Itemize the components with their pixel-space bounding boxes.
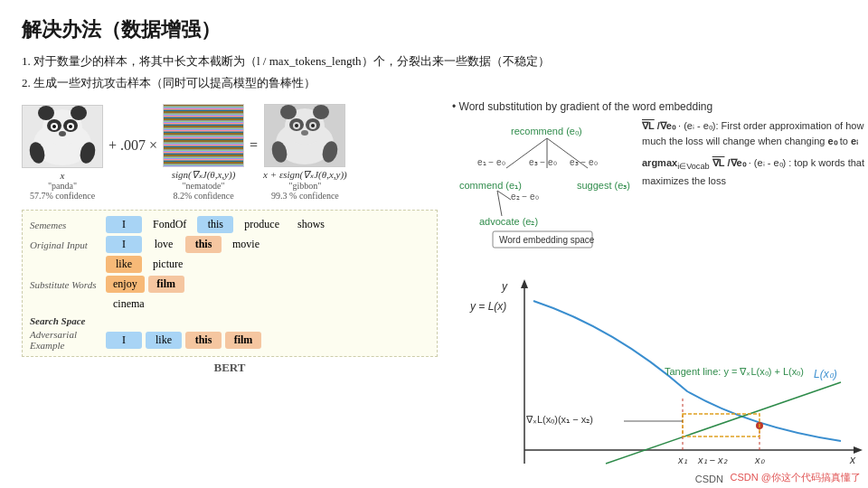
sememe-fondof: FondOf bbox=[146, 216, 193, 233]
svg-point-22 bbox=[311, 124, 315, 127]
plus-sign: + .007 × bbox=[108, 137, 157, 154]
svg-text:y: y bbox=[501, 280, 508, 293]
bullet-1: 1. 对于数量少的样本，将其中长文本截断为（l / max_tokens_len… bbox=[22, 52, 846, 70]
svg-text:commend (e₁): commend (e₁) bbox=[459, 180, 522, 191]
adv-i: I bbox=[106, 332, 142, 349]
svg-point-16 bbox=[313, 105, 329, 119]
svg-marker-45 bbox=[854, 446, 863, 454]
right-title: Word substitution by gradient of the wor… bbox=[452, 100, 868, 113]
svg-point-9 bbox=[69, 125, 72, 128]
bullet-2: 2. 生成一些对抗攻击样本（同时可以提高模型的鲁棒性） bbox=[22, 74, 846, 92]
panda-caption-3: x + εsign(∇ₓJ(θ,x,y)) bbox=[263, 169, 347, 181]
svg-text:x: x bbox=[849, 454, 856, 466]
svg-text:e₃ − e₀: e₃ − e₀ bbox=[529, 157, 557, 167]
panda-image-2 bbox=[163, 104, 244, 167]
svg-point-3 bbox=[71, 106, 87, 120]
panda-1: x "panda" 57.7% confidence bbox=[22, 105, 103, 201]
eq-sign: = bbox=[250, 137, 258, 154]
svg-text:advocate (e₂): advocate (e₂) bbox=[479, 216, 538, 227]
content-area: x "panda" 57.7% confidence + .007 × sign… bbox=[22, 100, 846, 488]
svg-point-8 bbox=[52, 125, 56, 128]
svg-text:y = L(x): y = L(x) bbox=[469, 300, 506, 313]
orig-movie: movie bbox=[225, 236, 267, 253]
panda-conf-3: 99.3 % confidence bbox=[271, 191, 339, 201]
orig-i: I bbox=[106, 236, 142, 253]
sub-cinema: cinema bbox=[106, 296, 152, 313]
svg-text:x₀: x₀ bbox=[754, 455, 765, 465]
svg-point-2 bbox=[38, 106, 54, 120]
svg-text:∇ₓL(x₀)(x₁ − x₂): ∇ₓL(x₀)(x₁ − x₂) bbox=[525, 414, 593, 425]
svg-point-23 bbox=[301, 130, 308, 136]
bullets-section: 1. 对于数量少的样本，将其中长文本截断为（l / max_tokens_len… bbox=[22, 52, 846, 91]
svg-line-38 bbox=[497, 191, 502, 216]
adversarial-label: Adversarial Example bbox=[30, 329, 102, 351]
panda-image-1 bbox=[22, 105, 103, 168]
svg-line-48 bbox=[606, 382, 841, 464]
panda-name-2: "nematode" bbox=[183, 181, 225, 191]
sememe-this: this bbox=[197, 216, 233, 233]
graph-area: y x y = L(x) Tangent line: y = ∇ₓL(x₀) +… bbox=[452, 274, 868, 488]
sememe-i: I bbox=[106, 216, 142, 233]
svg-point-10 bbox=[59, 131, 66, 136]
watermark-csdn: CSDN bbox=[695, 474, 723, 484]
original-input-label: Original Input bbox=[30, 239, 102, 250]
svg-point-21 bbox=[295, 124, 298, 127]
panda-conf-1: 57.7% confidence bbox=[30, 191, 95, 201]
sememes-row: Sememes I FondOf this produce shows bbox=[30, 216, 429, 233]
svg-marker-42 bbox=[521, 279, 528, 288]
svg-text:suggest (e₃): suggest (e₃) bbox=[577, 180, 630, 191]
svg-text:e₁ − e₀: e₁ − e₀ bbox=[477, 157, 505, 167]
svg-text:Word embedding space: Word embedding space bbox=[499, 235, 595, 245]
embedding-svg: recommend (e₀) e₁ − e₀ e₃ − e₀ e₃ − e₀ c… bbox=[452, 118, 633, 267]
svg-text:Tangent line: y = ∇ₓL(x₀) + L(: Tangent line: y = ∇ₓL(x₀) + L(x₀) bbox=[665, 366, 804, 377]
panda-name-3: "gibbon" bbox=[288, 181, 321, 191]
sememes-label: Sememes bbox=[30, 220, 102, 230]
embedding-area: recommend (e₀) e₁ − e₀ e₃ − e₀ e₃ − e₀ c… bbox=[452, 118, 868, 267]
substitute-words-section: Substitute Words like picture enjoy film… bbox=[30, 256, 429, 313]
adversarial-row: Adversarial Example I like this film bbox=[30, 329, 429, 351]
sub-picture: picture bbox=[146, 256, 190, 273]
svg-line-37 bbox=[497, 191, 511, 200]
panda-image-3 bbox=[264, 104, 345, 167]
original-input-row: Original Input I love this movie bbox=[30, 236, 429, 253]
adv-film: film bbox=[225, 332, 261, 349]
panda-3: x + εsign(∇ₓJ(θ,x,y)) "gibbon" 99.3 % co… bbox=[263, 104, 347, 201]
orig-love: love bbox=[146, 236, 182, 253]
svg-text:x₁: x₁ bbox=[677, 455, 687, 465]
page-title: 解决办法（数据增强） bbox=[22, 16, 846, 43]
sememe-shows: shows bbox=[290, 216, 332, 233]
adv-like: like bbox=[146, 332, 182, 349]
page: 解决办法（数据增强） 1. 对于数量少的样本，将其中长文本截断为（l / max… bbox=[0, 0, 868, 488]
left-panel: x "panda" 57.7% confidence + .007 × sign… bbox=[22, 100, 438, 488]
panda-name-1: "panda" bbox=[48, 181, 77, 191]
svg-text:e₂ − e₀: e₂ − e₀ bbox=[511, 192, 539, 202]
word-sub-diagram: Sememes I FondOf this produce shows Orig… bbox=[22, 210, 438, 357]
panda-conf-2: 8.2% confidence bbox=[173, 191, 233, 201]
right-panel: Word substitution by gradient of the wor… bbox=[452, 100, 868, 488]
svg-text:L(x₀): L(x₀) bbox=[814, 368, 837, 380]
svg-text:x₁ − x₂: x₁ − x₂ bbox=[697, 455, 728, 465]
sub-enjoy: enjoy bbox=[106, 276, 145, 293]
substitute-words-label: Substitute Words bbox=[30, 279, 102, 290]
svg-point-15 bbox=[280, 105, 297, 119]
panda-row: x "panda" 57.7% confidence + .007 × sign… bbox=[22, 104, 438, 201]
svg-text:e₃ − e₀: e₃ − e₀ bbox=[570, 157, 598, 167]
orig-this: this bbox=[185, 236, 222, 253]
svg-text:recommend (e₀): recommend (e₀) bbox=[511, 126, 582, 136]
panda-2: sign(∇ₓJ(θ,x,y)) "nematode" 8.2% confide… bbox=[163, 104, 244, 201]
embedding-text: ∇L /∇e₀ · (eᵢ - e₀): First order approxi… bbox=[642, 118, 868, 267]
formula-1: ∇L /∇e₀ · (eᵢ - e₀): First order approxi… bbox=[642, 118, 868, 148]
sub-like: like bbox=[106, 256, 142, 273]
panda-caption-1: x bbox=[61, 170, 65, 181]
bert-label: BERT bbox=[22, 361, 438, 375]
search-space-label: Search Space bbox=[30, 315, 429, 326]
watermark-user: CSDN @你这个代码搞真懂了 bbox=[731, 471, 861, 484]
panda-caption-2: sign(∇ₓJ(θ,x,y)) bbox=[172, 169, 236, 181]
adv-this: this bbox=[185, 332, 222, 349]
sememe-produce: produce bbox=[237, 216, 287, 233]
sub-film: film bbox=[148, 276, 184, 293]
formula-2: argmaxi∈Vocab ∇L /∇e₀ · (eᵢ - e₀) : top … bbox=[642, 155, 868, 188]
